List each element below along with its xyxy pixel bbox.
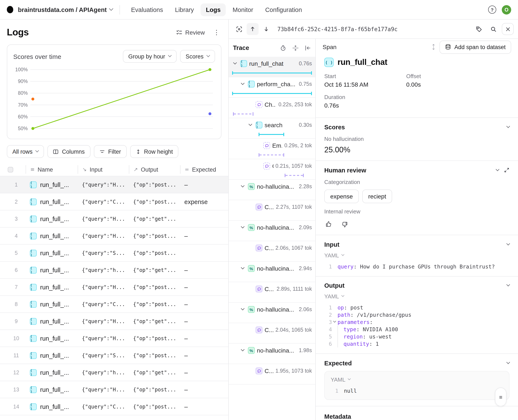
stopwatch-icon[interactable] xyxy=(280,45,286,51)
row-name-cell[interactable]: ( )run_full_... xyxy=(26,249,78,256)
focus-icon[interactable] xyxy=(233,23,245,35)
search-icon[interactable] xyxy=(487,23,499,35)
row-input-cell[interactable]: {"query":"H... xyxy=(78,284,129,290)
nav-item-evaluations[interactable]: Evaluations xyxy=(126,3,168,16)
row-input-cell[interactable]: {"query":"H... xyxy=(78,335,129,341)
chevron-down-icon[interactable] xyxy=(240,309,246,310)
row-output-cell[interactable]: {"op":"get"... xyxy=(129,318,180,324)
row-name-cell[interactable]: ( )run_full_... xyxy=(26,369,78,376)
table-row[interactable]: 3( )run_full_...{"query":"H...{"op":"get… xyxy=(0,210,228,227)
trace-item-no-hallucina[interactable]: %no-hallucina...2.09s xyxy=(229,221,315,241)
row-name-cell[interactable]: ( )run_full_... xyxy=(26,318,78,325)
row-output-cell[interactable]: {"op":"post... xyxy=(129,250,180,256)
table-row[interactable]: 14( )run_full_...{"query":"C...{"op":"po… xyxy=(0,398,228,415)
input-section-header[interactable]: Input xyxy=(324,241,510,248)
row-output-cell[interactable]: {"op":"post... xyxy=(129,335,180,341)
all-rows-dropdown[interactable]: All rows xyxy=(7,145,44,158)
row-input-cell[interactable]: {"query":"C... xyxy=(78,199,129,205)
row-name-cell[interactable]: ( )run_full_... xyxy=(26,215,78,222)
row-output-cell[interactable]: {"op":"get"... xyxy=(129,216,180,222)
table-row[interactable]: 6( )run_full_...{"query":"h...{"op":"get… xyxy=(0,262,228,279)
row-name-cell[interactable]: ( )run_full_... xyxy=(26,352,78,359)
row-output-cell[interactable]: {"op":"post... xyxy=(129,199,180,205)
trace-item-perform-cha[interactable]: ( )perform_cha...0.75s xyxy=(229,77,315,98)
collapse-rows-icon[interactable] xyxy=(292,45,299,51)
row-input-cell[interactable]: {"query":"H... xyxy=(78,318,129,324)
row-name-cell[interactable]: ( )run_full_... xyxy=(26,403,78,410)
drag-handle-icon[interactable] xyxy=(428,41,439,53)
trace-item-no-hallucina[interactable]: %no-hallucina...2.28s xyxy=(229,180,315,200)
row-expected-cell[interactable]: – xyxy=(180,369,228,376)
expected-format-dropdown[interactable]: YAML xyxy=(331,376,503,383)
row-input-cell[interactable]: {"query":"H... xyxy=(78,387,129,392)
trace-item-c[interactable]: C...2.27s, 1107 tok xyxy=(229,200,315,221)
chevron-down-icon[interactable] xyxy=(240,83,246,85)
trace-item-ch[interactable]: Ch...0.22s, 253 tok xyxy=(229,98,315,118)
row-expected-cell[interactable]: – xyxy=(180,318,228,325)
trace-item-c[interactable]: C...0.21s, 1057 tok xyxy=(229,159,315,180)
row-expected-cell[interactable]: – xyxy=(180,232,228,239)
table-row[interactable]: 1( )run_full_...{"query":"H...{"op":"pos… xyxy=(0,176,228,193)
row-input-cell[interactable]: {"query":"C... xyxy=(78,404,129,410)
filter-button[interactable]: Filter xyxy=(94,145,126,158)
thumbs-down-icon[interactable] xyxy=(340,220,349,229)
row-input-cell[interactable]: {"query":"S... xyxy=(78,352,129,358)
row-expected-cell[interactable]: – xyxy=(180,403,228,410)
table-row[interactable]: 2( )run_full_...{"query":"C...{"op":"pos… xyxy=(0,193,228,210)
row-output-cell[interactable]: {"op":"get"... xyxy=(129,267,180,273)
column-header-input[interactable]: ↘Input xyxy=(78,165,129,174)
category-chip-reciept[interactable]: reciept xyxy=(362,189,392,203)
columns-button[interactable]: Columns xyxy=(48,145,90,158)
trace-item-c[interactable]: C...2.04s, 1065 tok xyxy=(229,323,315,344)
nav-item-library[interactable]: Library xyxy=(170,3,199,16)
chevron-down-icon[interactable] xyxy=(240,186,246,187)
project-switcher[interactable]: braintrustdata.com / APIAgent xyxy=(18,6,113,13)
row-name-cell[interactable]: ( )run_full_... xyxy=(26,198,78,205)
trace-item-search[interactable]: ( )search0.30s xyxy=(229,118,315,139)
row-expected-cell[interactable]: – xyxy=(180,386,228,393)
row-name-cell[interactable]: ( )run_full_... xyxy=(26,301,78,308)
row-output-cell[interactable]: {"op":"get"... xyxy=(129,369,180,375)
kebab-menu-icon[interactable]: ⋮ xyxy=(212,28,222,37)
row-input-cell[interactable]: {"query":"h... xyxy=(78,369,129,375)
chevron-down-icon[interactable] xyxy=(232,63,238,64)
review-button[interactable]: Review xyxy=(175,26,207,38)
row-input-cell[interactable]: {"query":"H... xyxy=(78,216,129,222)
column-header-expected[interactable]: =Expected xyxy=(180,165,228,174)
trace-item-run-full-chat[interactable]: ( )run_full_chat0.76s xyxy=(229,57,315,77)
add-span-to-dataset-button[interactable]: Add span to dataset xyxy=(439,40,511,53)
row-name-cell[interactable]: ( )run_full_... xyxy=(26,232,78,239)
help-icon[interactable]: ? xyxy=(488,6,496,14)
next-row-arrow-down-icon[interactable] xyxy=(260,23,272,35)
row-input-cell[interactable]: {"query":"S... xyxy=(78,250,129,256)
row-name-cell[interactable]: ( )run_full_... xyxy=(26,181,78,188)
row-input-cell[interactable]: {"query":"C... xyxy=(78,301,129,307)
row-input-cell[interactable]: {"query":"h... xyxy=(78,267,129,273)
expand-diagonal-icon[interactable] xyxy=(504,167,510,173)
row-name-cell[interactable]: ( )run_full_... xyxy=(26,284,78,291)
output-section-header[interactable]: Output xyxy=(324,282,510,289)
expected-editor[interactable]: YAML 1null ≡ xyxy=(324,371,510,400)
table-row[interactable]: 12( )run_full_...{"query":"h...{"op":"ge… xyxy=(0,364,228,381)
row-expected-cell[interactable]: – xyxy=(180,267,228,273)
row-expected-cell[interactable]: – xyxy=(180,301,228,308)
table-row[interactable]: 5( )run_full_...{"query":"S...{"op":"pos… xyxy=(0,245,228,262)
table-row[interactable]: 8( )run_full_...{"query":"C...{"op":"pos… xyxy=(0,296,228,313)
table-row[interactable]: 11( )run_full_...{"query":"S...{"op":"po… xyxy=(0,347,228,364)
row-name-cell[interactable]: ( )run_full_... xyxy=(26,386,78,393)
group-by-dropdown[interactable]: Group by hour xyxy=(123,50,177,63)
avatar[interactable]: O xyxy=(502,5,511,14)
prev-row-arrow-up-icon[interactable] xyxy=(247,23,259,35)
row-input-cell[interactable]: {"query":"H... xyxy=(78,233,129,239)
trace-item-c[interactable]: C...2.89s, 1111 tok xyxy=(229,282,315,303)
trace-item-no-hallucina[interactable]: %no-hallucina...2.06s xyxy=(229,303,315,323)
row-expected-cell[interactable]: – xyxy=(180,352,228,359)
row-output-cell[interactable]: {"op":"post... xyxy=(129,233,180,239)
trace-item-em[interactable]: Em...0.29s, 2 tok xyxy=(229,139,315,159)
chevron-down-icon[interactable] xyxy=(332,319,338,323)
row-output-cell[interactable]: {"op":"post... xyxy=(129,182,180,188)
thumbs-up-icon[interactable] xyxy=(324,220,333,229)
row-output-cell[interactable]: {"op":"post... xyxy=(129,352,180,358)
table-row[interactable]: 13( )run_full_...{"query":"H...{"op":"po… xyxy=(0,381,228,398)
column-header-name[interactable]: ≡Name xyxy=(26,165,78,174)
